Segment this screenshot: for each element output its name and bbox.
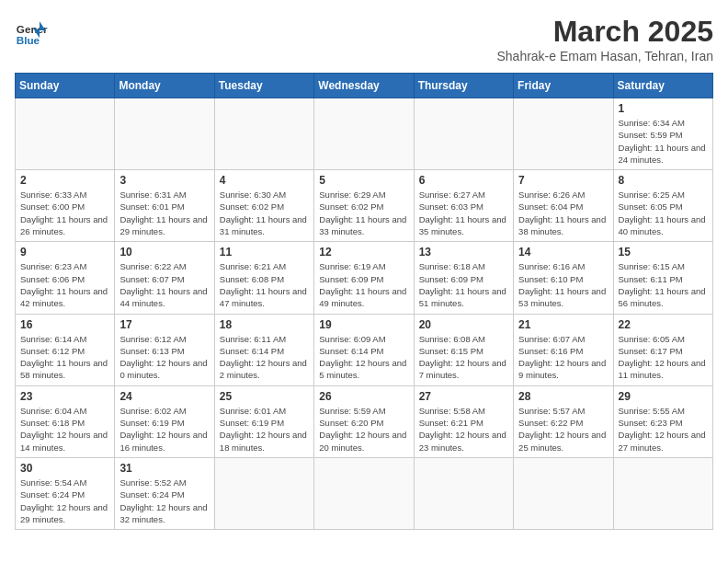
- day-info: Sunrise: 5:55 AM Sunset: 6:23 PM Dayligh…: [619, 405, 708, 454]
- calendar-cell: 30Sunrise: 5:54 AM Sunset: 6:24 PM Dayli…: [16, 457, 115, 529]
- calendar-cell: 27Sunrise: 5:58 AM Sunset: 6:21 PM Dayli…: [414, 385, 513, 457]
- day-number: 24: [119, 390, 209, 403]
- day-info: Sunrise: 6:12 AM Sunset: 6:13 PM Dayligh…: [119, 333, 209, 382]
- calendar-cell: 6Sunrise: 6:27 AM Sunset: 6:03 PM Daylig…: [414, 170, 513, 242]
- day-info: Sunrise: 6:19 AM Sunset: 6:09 PM Dayligh…: [319, 260, 408, 309]
- week-row-0: 1Sunrise: 6:34 AM Sunset: 5:59 PM Daylig…: [16, 98, 713, 170]
- calendar-cell: 8Sunrise: 6:25 AM Sunset: 6:05 PM Daylig…: [613, 170, 712, 242]
- calendar-cell: 31Sunrise: 5:52 AM Sunset: 6:24 PM Dayli…: [115, 457, 214, 529]
- calendar-cell: 11Sunrise: 6:21 AM Sunset: 6:08 PM Dayli…: [214, 242, 313, 314]
- day-number: 25: [220, 390, 309, 403]
- calendar-cell: 26Sunrise: 5:59 AM Sunset: 6:20 PM Dayli…: [314, 385, 414, 457]
- calendar-cell: [314, 98, 414, 170]
- day-number: 29: [619, 390, 708, 403]
- calendar-cell: 13Sunrise: 6:18 AM Sunset: 6:09 PM Dayli…: [414, 242, 513, 314]
- day-info: Sunrise: 6:29 AM Sunset: 6:02 PM Dayligh…: [319, 189, 408, 237]
- day-number: 22: [619, 318, 708, 331]
- day-number: 12: [319, 246, 408, 259]
- day-number: 14: [518, 246, 608, 259]
- day-info: Sunrise: 6:15 AM Sunset: 6:11 PM Dayligh…: [619, 260, 708, 309]
- day-info: Sunrise: 6:25 AM Sunset: 6:05 PM Dayligh…: [619, 189, 708, 237]
- day-info: Sunrise: 6:14 AM Sunset: 6:12 PM Dayligh…: [20, 333, 109, 382]
- day-number: 27: [419, 390, 508, 403]
- calendar-cell: 3Sunrise: 6:31 AM Sunset: 6:01 PM Daylig…: [115, 170, 214, 242]
- week-row-1: 2Sunrise: 6:33 AM Sunset: 6:00 PM Daylig…: [16, 170, 713, 242]
- calendar-cell: 19Sunrise: 6:09 AM Sunset: 6:14 PM Dayli…: [314, 314, 414, 385]
- day-info: Sunrise: 6:07 AM Sunset: 6:16 PM Dayligh…: [518, 333, 608, 382]
- day-info: Sunrise: 5:57 AM Sunset: 6:22 PM Dayligh…: [518, 405, 608, 454]
- day-info: Sunrise: 6:16 AM Sunset: 6:10 PM Dayligh…: [518, 260, 608, 309]
- day-info: Sunrise: 6:34 AM Sunset: 5:59 PM Dayligh…: [619, 117, 708, 166]
- calendar-cell: [414, 98, 513, 170]
- page-header: General Blue March 2025 Shahrak-e Emam H…: [15, 15, 713, 63]
- day-info: Sunrise: 6:18 AM Sunset: 6:09 PM Dayligh…: [419, 260, 508, 309]
- day-info: Sunrise: 6:11 AM Sunset: 6:14 PM Dayligh…: [220, 333, 309, 382]
- day-info: Sunrise: 6:21 AM Sunset: 6:08 PM Dayligh…: [220, 260, 309, 309]
- calendar-cell: 25Sunrise: 6:01 AM Sunset: 6:19 PM Dayli…: [214, 385, 313, 457]
- day-number: 16: [20, 318, 109, 331]
- day-number: 21: [518, 318, 608, 331]
- day-number: 3: [119, 174, 209, 187]
- calendar-cell: [214, 457, 313, 529]
- calendar-cell: 10Sunrise: 6:22 AM Sunset: 6:07 PM Dayli…: [115, 242, 214, 314]
- location-subtitle: Shahrak-e Emam Hasan, Tehran, Iran: [496, 49, 713, 63]
- day-number: 10: [119, 246, 209, 259]
- calendar-cell: 4Sunrise: 6:30 AM Sunset: 6:02 PM Daylig…: [214, 170, 313, 242]
- calendar-cell: 29Sunrise: 5:55 AM Sunset: 6:23 PM Dayli…: [613, 385, 712, 457]
- day-number: 7: [518, 174, 608, 187]
- weekday-header-thursday: Thursday: [414, 74, 513, 98]
- calendar-cell: [214, 98, 313, 170]
- calendar-header-row: SundayMondayTuesdayWednesdayThursdayFrid…: [16, 74, 713, 98]
- day-number: 9: [20, 246, 109, 259]
- day-info: Sunrise: 6:33 AM Sunset: 6:00 PM Dayligh…: [20, 189, 109, 237]
- day-info: Sunrise: 6:05 AM Sunset: 6:17 PM Dayligh…: [619, 333, 708, 382]
- calendar-cell: [514, 457, 613, 529]
- day-info: Sunrise: 5:54 AM Sunset: 6:24 PM Dayligh…: [20, 477, 109, 525]
- svg-text:Blue: Blue: [17, 34, 40, 46]
- day-info: Sunrise: 5:59 AM Sunset: 6:20 PM Dayligh…: [319, 405, 408, 454]
- week-row-5: 30Sunrise: 5:54 AM Sunset: 6:24 PM Dayli…: [16, 457, 713, 529]
- logo: General Blue: [15, 15, 48, 48]
- day-info: Sunrise: 5:52 AM Sunset: 6:24 PM Dayligh…: [119, 477, 209, 525]
- calendar-cell: [314, 457, 414, 529]
- calendar-cell: 23Sunrise: 6:04 AM Sunset: 6:18 PM Dayli…: [16, 385, 115, 457]
- day-info: Sunrise: 6:23 AM Sunset: 6:06 PM Dayligh…: [20, 260, 109, 309]
- calendar-cell: [414, 457, 513, 529]
- logo-icon: General Blue: [15, 15, 48, 48]
- day-number: 23: [20, 390, 109, 403]
- day-number: 5: [319, 174, 408, 187]
- week-row-4: 23Sunrise: 6:04 AM Sunset: 6:18 PM Dayli…: [16, 385, 713, 457]
- day-number: 20: [419, 318, 508, 331]
- day-number: 1: [619, 102, 708, 115]
- weekday-header-sunday: Sunday: [16, 74, 115, 98]
- calendar-cell: [613, 457, 712, 529]
- day-number: 28: [518, 390, 608, 403]
- day-number: 15: [619, 246, 708, 259]
- weekday-header-monday: Monday: [115, 74, 214, 98]
- day-info: Sunrise: 5:58 AM Sunset: 6:21 PM Dayligh…: [419, 405, 508, 454]
- day-info: Sunrise: 6:04 AM Sunset: 6:18 PM Dayligh…: [20, 405, 109, 454]
- calendar-cell: 12Sunrise: 6:19 AM Sunset: 6:09 PM Dayli…: [314, 242, 414, 314]
- calendar-cell: 17Sunrise: 6:12 AM Sunset: 6:13 PM Dayli…: [115, 314, 214, 385]
- calendar-cell: 21Sunrise: 6:07 AM Sunset: 6:16 PM Dayli…: [514, 314, 613, 385]
- day-number: 2: [20, 174, 109, 187]
- day-number: 26: [319, 390, 408, 403]
- calendar-cell: 5Sunrise: 6:29 AM Sunset: 6:02 PM Daylig…: [314, 170, 414, 242]
- calendar-table: SundayMondayTuesdayWednesdayThursdayFrid…: [15, 73, 713, 530]
- day-info: Sunrise: 6:09 AM Sunset: 6:14 PM Dayligh…: [319, 333, 408, 382]
- week-row-3: 16Sunrise: 6:14 AM Sunset: 6:12 PM Dayli…: [16, 314, 713, 385]
- calendar-cell: 16Sunrise: 6:14 AM Sunset: 6:12 PM Dayli…: [16, 314, 115, 385]
- weekday-header-saturday: Saturday: [613, 74, 712, 98]
- calendar-cell: 20Sunrise: 6:08 AM Sunset: 6:15 PM Dayli…: [414, 314, 513, 385]
- day-info: Sunrise: 6:08 AM Sunset: 6:15 PM Dayligh…: [419, 333, 508, 382]
- calendar-cell: 24Sunrise: 6:02 AM Sunset: 6:19 PM Dayli…: [115, 385, 214, 457]
- calendar-cell: 9Sunrise: 6:23 AM Sunset: 6:06 PM Daylig…: [16, 242, 115, 314]
- day-number: 8: [619, 174, 708, 187]
- day-number: 17: [119, 318, 209, 331]
- day-number: 13: [419, 246, 508, 259]
- weekday-header-wednesday: Wednesday: [314, 74, 414, 98]
- calendar-cell: 15Sunrise: 6:15 AM Sunset: 6:11 PM Dayli…: [613, 242, 712, 314]
- title-area: March 2025 Shahrak-e Emam Hasan, Tehran,…: [496, 15, 713, 63]
- calendar-cell: 22Sunrise: 6:05 AM Sunset: 6:17 PM Dayli…: [613, 314, 712, 385]
- calendar-cell: [16, 98, 115, 170]
